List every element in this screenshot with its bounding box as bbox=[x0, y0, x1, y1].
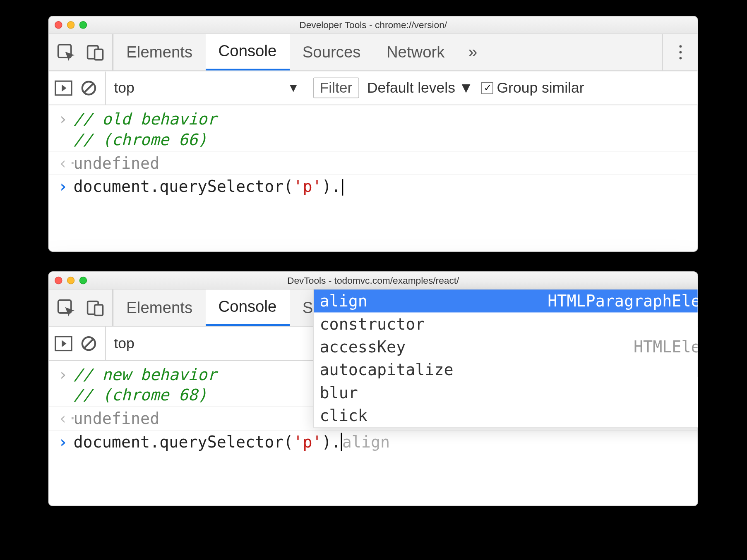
undefined-value: undefined bbox=[74, 154, 160, 172]
close-icon[interactable] bbox=[55, 21, 62, 29]
input-marker-icon: › bbox=[58, 365, 74, 383]
autocomplete-label: autocapitalize bbox=[319, 361, 453, 379]
window-titlebar[interactable]: Developer Tools - chrome://version/ bbox=[49, 17, 698, 34]
inspect-tools bbox=[49, 34, 113, 70]
zoom-icon[interactable] bbox=[79, 21, 87, 29]
prompt-input[interactable]: document.querySelector('p').align bbox=[74, 433, 390, 451]
autocomplete-label: constructor bbox=[319, 315, 425, 333]
sidebar-toggle-icon[interactable] bbox=[55, 80, 72, 96]
prompt-input[interactable]: document.querySelector('p'). bbox=[74, 177, 343, 196]
comment-text: // new behavior bbox=[74, 365, 217, 383]
minimize-icon[interactable] bbox=[67, 277, 74, 284]
autocomplete-label: align bbox=[319, 292, 367, 310]
context-label: top bbox=[114, 335, 134, 352]
tab-console[interactable]: Console bbox=[205, 290, 289, 326]
autocomplete-meta: HTMLElement bbox=[634, 338, 698, 356]
traffic-lights bbox=[55, 21, 87, 29]
console-output: › // old behavior // (chrome 66) ‹· unde… bbox=[49, 105, 698, 207]
clear-console-icon[interactable] bbox=[81, 335, 97, 352]
traffic-lights bbox=[55, 277, 87, 284]
levels-label: Default levels bbox=[367, 79, 455, 96]
tab-elements[interactable]: Elements bbox=[113, 34, 206, 70]
output-marker-icon: ‹· bbox=[58, 409, 74, 428]
tab-sources[interactable]: Sources bbox=[290, 34, 374, 70]
autocomplete-item[interactable]: align HTMLParagraphElement bbox=[314, 290, 698, 312]
autocomplete-item[interactable]: click bbox=[314, 404, 698, 427]
ghost-completion: align bbox=[342, 433, 390, 451]
sidebar-toggle-icon[interactable] bbox=[55, 336, 72, 351]
tab-console[interactable]: Console bbox=[205, 34, 289, 70]
window-titlebar[interactable]: DevTools - todomvc.com/examples/react/ bbox=[49, 272, 698, 290]
comment-text: // (chrome 66) bbox=[74, 130, 207, 148]
chevron-down-icon: ▼ bbox=[288, 81, 299, 95]
device-toggle-icon[interactable] bbox=[86, 43, 104, 61]
inspect-element-icon[interactable] bbox=[57, 43, 76, 61]
console-line: › // old behavior bbox=[49, 109, 698, 129]
context-label: top bbox=[114, 79, 134, 96]
autocomplete-item[interactable]: accessKey HTMLElement bbox=[314, 335, 698, 358]
inspect-element-icon[interactable] bbox=[57, 299, 76, 317]
tabs-overflow-icon[interactable]: » bbox=[458, 34, 488, 70]
minimize-icon[interactable] bbox=[67, 21, 74, 29]
console-prompt[interactable]: › document.querySelector('p').align bbox=[49, 432, 698, 452]
close-icon[interactable] bbox=[55, 277, 62, 284]
svg-rect-8 bbox=[95, 305, 103, 316]
autocomplete-popup: align HTMLParagraphElement constructor a… bbox=[313, 290, 698, 428]
autocomplete-label: accessKey bbox=[319, 338, 406, 356]
autocomplete-label: blur bbox=[319, 383, 358, 402]
autocomplete-label: click bbox=[319, 407, 367, 425]
undefined-value: undefined bbox=[74, 409, 160, 428]
text-cursor bbox=[342, 179, 343, 196]
inspect-tools bbox=[49, 290, 113, 326]
console-prompt[interactable]: › document.querySelector('p'). bbox=[49, 176, 698, 197]
comment-text: // (chrome 68) bbox=[74, 386, 207, 404]
filter-input[interactable]: Filter bbox=[313, 77, 359, 98]
window-title: Developer Tools - chrome://version/ bbox=[299, 20, 447, 31]
checkbox-checked-icon[interactable]: ✓ bbox=[482, 82, 493, 93]
svg-rect-2 bbox=[95, 49, 103, 60]
group-similar-label: Group similar bbox=[497, 79, 584, 96]
clear-console-icon[interactable] bbox=[81, 79, 97, 96]
console-line: // (chrome 66) bbox=[49, 129, 698, 150]
chevron-down-icon: ▼ bbox=[459, 79, 473, 96]
tab-elements[interactable]: Elements bbox=[113, 290, 206, 326]
group-similar-toggle[interactable]: ✓ Group similar bbox=[482, 79, 584, 96]
context-selector[interactable]: top ▼ bbox=[105, 71, 305, 105]
log-levels-selector[interactable]: Default levels ▼ bbox=[367, 79, 473, 96]
prompt-marker-icon: › bbox=[58, 433, 74, 451]
autocomplete-item[interactable]: constructor bbox=[314, 312, 698, 335]
prompt-marker-icon: › bbox=[58, 177, 74, 196]
tab-network[interactable]: Network bbox=[374, 34, 458, 70]
svg-line-5 bbox=[84, 83, 94, 93]
svg-line-11 bbox=[84, 339, 94, 348]
panel-tabs: Elements Console Sources Network » bbox=[49, 34, 698, 71]
console-line: ‹· undefined bbox=[49, 153, 698, 173]
input-marker-icon: › bbox=[58, 110, 74, 128]
kebab-menu-icon[interactable] bbox=[662, 34, 697, 70]
output-marker-icon: ‹· bbox=[58, 154, 74, 172]
device-toggle-icon[interactable] bbox=[86, 299, 104, 317]
autocomplete-item[interactable]: blur bbox=[314, 381, 698, 404]
console-toolbar: top ▼ Filter Default levels ▼ ✓ Group si… bbox=[49, 71, 698, 105]
devtools-window-old: Developer Tools - chrome://version/ Elem… bbox=[48, 16, 698, 252]
window-title: DevTools - todomvc.com/examples/react/ bbox=[287, 275, 459, 286]
zoom-icon[interactable] bbox=[79, 277, 87, 284]
autocomplete-meta: HTMLParagraphElement bbox=[548, 292, 698, 310]
devtools-window-new: DevTools - todomvc.com/examples/react/ E… bbox=[48, 271, 698, 506]
comment-text: // old behavior bbox=[74, 110, 217, 128]
context-selector[interactable]: top bbox=[105, 327, 305, 360]
autocomplete-item[interactable]: autocapitalize bbox=[314, 358, 698, 381]
